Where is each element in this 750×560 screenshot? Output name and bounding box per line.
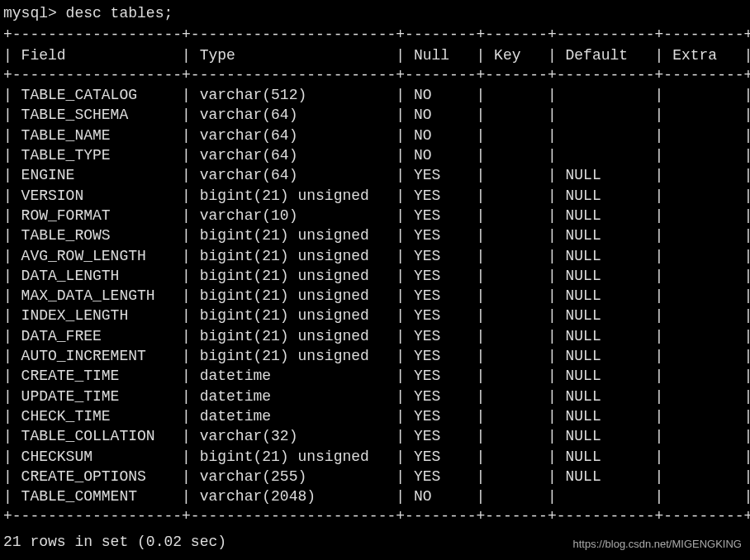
table-row: | AUTO_INCREMENT | bigint(21) unsigned |… [0,346,750,366]
table-row: | CHECK_TIME | datetime | YES | | NULL |… [0,406,750,426]
table-body: | TABLE_CATALOG | varchar(512) | NO | | … [0,85,750,506]
table-header-row: | Field | Type | Null | Key | Default | … [0,45,750,65]
table-header-divider: +-------------------+-------------------… [0,65,750,85]
table-row: | AVG_ROW_LENGTH | bigint(21) unsigned |… [0,246,750,266]
table-row: | TABLE_NAME | varchar(64) | NO | | | | [0,126,750,145]
table-row: | DATA_LENGTH | bigint(21) unsigned | YE… [0,266,750,286]
table-bottom-border: +-------------------+-------------------… [0,506,750,526]
table-row: | CREATE_OPTIONS | varchar(255) | YES | … [0,467,750,486]
table-row: | TABLE_CATALOG | varchar(512) | NO | | … [0,85,750,105]
mysql-prompt[interactable]: mysql> desc tables; [0,3,750,23]
table-row: | INDEX_LENGTH | bigint(21) unsigned | Y… [0,306,750,325]
table-row: | ENGINE | varchar(64) | YES | | NULL | … [0,165,750,185]
table-row: | CREATE_TIME | datetime | YES | | NULL … [0,366,750,386]
table-row: | UPDATE_TIME | datetime | YES | | NULL … [0,387,750,406]
table-row: | TABLE_SCHEMA | varchar(64) | NO | | | … [0,105,750,125]
watermark: https://blog.csdn.net/MIGENGKING [573,537,742,552]
table-row: | ROW_FORMAT | varchar(10) | YES | | NUL… [0,206,750,225]
table-row: | MAX_DATA_LENGTH | bigint(21) unsigned … [0,286,750,306]
table-row: | VERSION | bigint(21) unsigned | YES | … [0,186,750,206]
table-row: | TABLE_COLLATION | varchar(32) | YES | … [0,426,750,446]
table-row: | DATA_FREE | bigint(21) unsigned | YES … [0,326,750,346]
table-row: | TABLE_ROWS | bigint(21) unsigned | YES… [0,225,750,245]
table-row: | TABLE_TYPE | varchar(64) | NO | | | | [0,145,750,165]
table-top-border: +-------------------+-------------------… [0,25,750,45]
table-row: | CHECKSUM | bigint(21) unsigned | YES |… [0,447,750,467]
table-row: | TABLE_COMMENT | varchar(2048) | NO | |… [0,486,750,506]
